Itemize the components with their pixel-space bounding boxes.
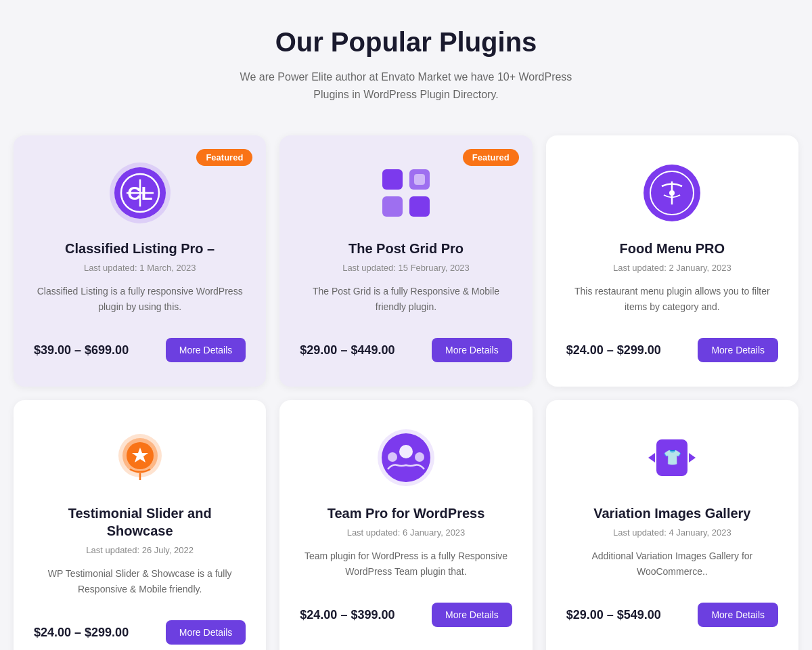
plugin-footer: $29.00 – $549.00 More Details [566,603,778,627]
svg-rect-9 [409,196,430,217]
svg-rect-6 [382,169,403,190]
plugin-desc: Team plugin for WordPress is a fully Res… [300,548,512,584]
plugin-card-classified-listing-pro: Featured CL Classified Listing Pro – Las… [14,135,266,387]
page-subtitle: We are Power Elite author at Envato Mark… [230,68,582,103]
plugin-desc: Classified Listing is a fully responsive… [34,284,246,319]
svg-rect-8 [382,196,403,217]
plugin-price: $39.00 – $699.00 [34,343,129,358]
svg-marker-28 [689,453,696,462]
page-title: Our Popular Plugins [14,27,798,58]
plugin-price: $29.00 – $549.00 [566,608,661,622]
plugin-price: $29.00 – $449.00 [300,343,394,358]
svg-point-24 [415,452,424,462]
more-details-button[interactable]: More Details [698,338,778,362]
more-details-button[interactable]: More Details [166,338,246,362]
plugin-icon-food [641,162,702,223]
more-details-button[interactable]: More Details [432,338,512,362]
plugin-footer: $24.00 – $299.00 More Details [34,620,246,645]
plugin-card-testimonial-slider: Testimonial Slider and Showcase Last upd… [14,400,266,650]
featured-badge: Featured [196,149,252,166]
svg-point-23 [388,452,397,462]
plugin-name: Variation Images Gallery [566,504,778,522]
plugin-price: $24.00 – $299.00 [34,626,129,640]
plugin-card-variation-images: 👕 Variation Images Gallery Last updated:… [546,400,798,650]
featured-badge: Featured [463,149,519,166]
plugin-updated: Last updated: 26 July, 2022 [34,545,246,555]
plugin-updated: Last updated: 1 March, 2023 [34,263,246,273]
svg-point-14 [669,190,675,196]
plugin-name: Classified Listing Pro – [34,240,246,257]
plugin-updated: Last updated: 4 January, 2023 [566,527,778,538]
plugin-price: $24.00 – $299.00 [566,343,661,358]
plugin-footer: $24.00 – $299.00 More Details [566,338,778,362]
plugin-card-team-pro: Team Pro for WordPress Last updated: 6 J… [279,400,532,650]
plugin-name: Team Pro for WordPress [300,504,512,522]
plugin-card-food-menu-pro: Food Menu PRO Last updated: 2 January, 2… [546,135,798,387]
plugin-icon-testimonial [110,427,171,488]
plugin-desc: WP Testimonial Slider & Showcase is a fu… [34,566,246,601]
more-details-button[interactable]: More Details [698,603,778,627]
plugin-icon-variation: 👕 [641,427,702,488]
plugin-icon-classified: CL [110,162,171,223]
plugin-name: The Post Grid Pro [300,240,512,257]
svg-point-22 [399,445,413,458]
plugin-desc: Additional Variation Images Gallery for … [566,548,778,584]
plugin-updated: Last updated: 6 January, 2023 [300,527,512,538]
plugin-icon-team [376,427,436,488]
plugin-updated: Last updated: 15 February, 2023 [300,263,512,273]
plugin-updated: Last updated: 2 January, 2023 [566,263,778,273]
svg-marker-27 [648,453,655,462]
plugin-price: $24.00 – $399.00 [300,608,394,622]
plugin-desc: The Post Grid is a fully Responsive & Mo… [300,284,512,319]
plugins-grid: Featured CL Classified Listing Pro – Las… [14,135,798,650]
plugin-footer: $29.00 – $449.00 More Details [300,338,512,362]
plugin-name: Food Menu PRO [566,240,778,257]
plugin-name: Testimonial Slider and Showcase [34,504,246,540]
plugin-icon-postgrid [376,162,436,223]
svg-rect-10 [414,174,425,185]
plugin-desc: This restaurant menu plugin allows you t… [566,284,778,319]
svg-text:👕: 👕 [663,448,682,467]
plugin-card-post-grid-pro: Featured The Post Grid Pro Last updated:… [279,135,532,387]
more-details-button[interactable]: More Details [432,603,512,627]
plugin-footer: $39.00 – $699.00 More Details [34,338,246,362]
more-details-button[interactable]: More Details [166,620,246,645]
plugin-footer: $24.00 – $399.00 More Details [300,603,512,627]
